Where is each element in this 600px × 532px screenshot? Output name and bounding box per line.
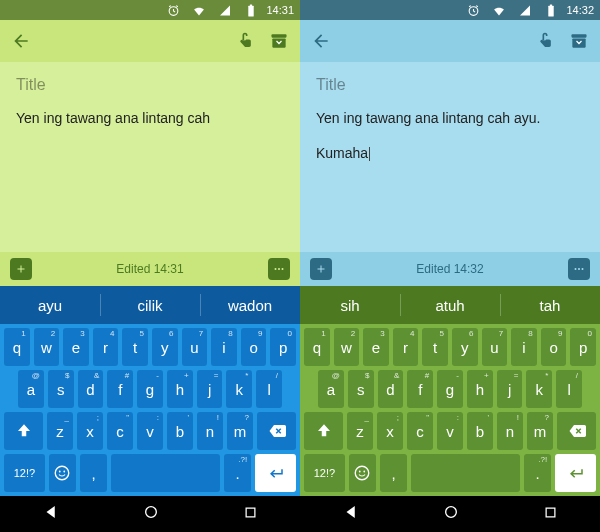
key-j[interactable]: j= (497, 370, 523, 408)
svg-point-10 (64, 471, 66, 473)
key-t[interactable]: t5 (422, 328, 448, 366)
key-f[interactable]: f# (107, 370, 133, 408)
key-v[interactable]: v: (437, 412, 463, 450)
key-c[interactable]: c" (407, 412, 433, 450)
backspace-key[interactable] (557, 412, 596, 450)
note-content[interactable]: Title Yen ing tawang ana lintang cah (0, 62, 300, 252)
period-key[interactable]: ..?! (524, 454, 551, 492)
key-c[interactable]: c" (107, 412, 133, 450)
key-n[interactable]: n! (497, 412, 523, 450)
archive-button[interactable] (568, 30, 590, 52)
key-b[interactable]: b' (167, 412, 193, 450)
key-d[interactable]: d& (378, 370, 404, 408)
comma-key[interactable]: , (80, 454, 107, 492)
note-body[interactable]: Yen ing tawang ana lintang cah (16, 108, 284, 129)
key-o[interactable]: o9 (541, 328, 567, 366)
key-w[interactable]: w2 (334, 328, 360, 366)
suggestion-2[interactable]: tah (500, 286, 600, 324)
add-button[interactable] (10, 258, 32, 280)
shift-key[interactable] (4, 412, 43, 450)
key-r[interactable]: r4 (393, 328, 419, 366)
key-x[interactable]: x; (377, 412, 403, 450)
emoji-key[interactable] (349, 454, 376, 492)
key-j[interactable]: j= (197, 370, 223, 408)
nav-home[interactable] (143, 504, 159, 524)
title-field[interactable]: Title (316, 76, 584, 94)
key-h[interactable]: h+ (467, 370, 493, 408)
note-body2[interactable]: Kumaha (316, 145, 368, 161)
back-button[interactable] (10, 30, 32, 52)
key-u[interactable]: u7 (182, 328, 208, 366)
key-y[interactable]: y6 (152, 328, 178, 366)
key-s[interactable]: s$ (348, 370, 374, 408)
mode-key[interactable]: 12!? (4, 454, 45, 492)
nav-recent[interactable] (243, 505, 258, 524)
suggestion-2[interactable]: wadon (200, 286, 300, 324)
key-e[interactable]: e3 (363, 328, 389, 366)
key-p[interactable]: p0 (570, 328, 596, 366)
enter-key[interactable] (555, 454, 596, 492)
key-l[interactable]: l/ (256, 370, 282, 408)
shift-key[interactable] (304, 412, 343, 450)
suggestion-0[interactable]: ayu (0, 286, 100, 324)
nav-home[interactable] (443, 504, 459, 524)
key-b[interactable]: b' (467, 412, 493, 450)
key-d[interactable]: d& (78, 370, 104, 408)
key-l[interactable]: l/ (556, 370, 582, 408)
key-q[interactable]: q1 (304, 328, 330, 366)
back-button[interactable] (310, 30, 332, 52)
note-content[interactable]: Title Yen ing tawang ana lintang cah ayu… (300, 62, 600, 252)
edited-label: Edited 14:32 (416, 262, 483, 276)
key-s[interactable]: s$ (48, 370, 74, 408)
mode-key[interactable]: 12!? (304, 454, 345, 492)
nav-back[interactable] (342, 503, 360, 525)
key-a[interactable]: a@ (18, 370, 44, 408)
key-q[interactable]: q1 (4, 328, 30, 366)
period-key[interactable]: ..?! (224, 454, 251, 492)
nav-back[interactable] (42, 503, 60, 525)
touch-icon[interactable] (534, 30, 556, 52)
key-z[interactable]: z_ (347, 412, 373, 450)
key-y[interactable]: y6 (452, 328, 478, 366)
key-h[interactable]: h+ (167, 370, 193, 408)
key-g[interactable]: g- (437, 370, 463, 408)
suggestion-1[interactable]: cilik (100, 286, 200, 324)
key-x[interactable]: x; (77, 412, 103, 450)
note-body[interactable]: Yen ing tawang ana lintang cah ayu. (316, 108, 584, 129)
key-m[interactable]: m? (527, 412, 553, 450)
key-u[interactable]: u7 (482, 328, 508, 366)
emoji-key[interactable] (49, 454, 76, 492)
key-m[interactable]: m? (227, 412, 253, 450)
key-o[interactable]: o9 (241, 328, 267, 366)
nav-recent[interactable] (543, 505, 558, 524)
archive-button[interactable] (268, 30, 290, 52)
key-w[interactable]: w2 (34, 328, 60, 366)
suggestion-1[interactable]: atuh (400, 286, 500, 324)
key-r[interactable]: r4 (93, 328, 119, 366)
comma-key[interactable]: , (380, 454, 407, 492)
space-key[interactable] (411, 454, 520, 492)
more-button[interactable] (268, 258, 290, 280)
key-p[interactable]: p0 (270, 328, 296, 366)
key-f[interactable]: f# (407, 370, 433, 408)
key-k[interactable]: k* (226, 370, 252, 408)
key-g[interactable]: g- (137, 370, 163, 408)
key-a[interactable]: a@ (318, 370, 344, 408)
suggestion-0[interactable]: sih (300, 286, 400, 324)
key-z[interactable]: z_ (47, 412, 73, 450)
more-button[interactable] (568, 258, 590, 280)
title-field[interactable]: Title (16, 76, 284, 94)
key-e[interactable]: e3 (63, 328, 89, 366)
backspace-key[interactable] (257, 412, 296, 450)
touch-icon[interactable] (234, 30, 256, 52)
key-n[interactable]: n! (197, 412, 223, 450)
space-key[interactable] (111, 454, 220, 492)
key-i[interactable]: i8 (211, 328, 237, 366)
alarm-icon (162, 0, 184, 21)
add-button[interactable] (310, 258, 332, 280)
key-v[interactable]: v: (137, 412, 163, 450)
key-i[interactable]: i8 (511, 328, 537, 366)
key-t[interactable]: t5 (122, 328, 148, 366)
enter-key[interactable] (255, 454, 296, 492)
key-k[interactable]: k* (526, 370, 552, 408)
